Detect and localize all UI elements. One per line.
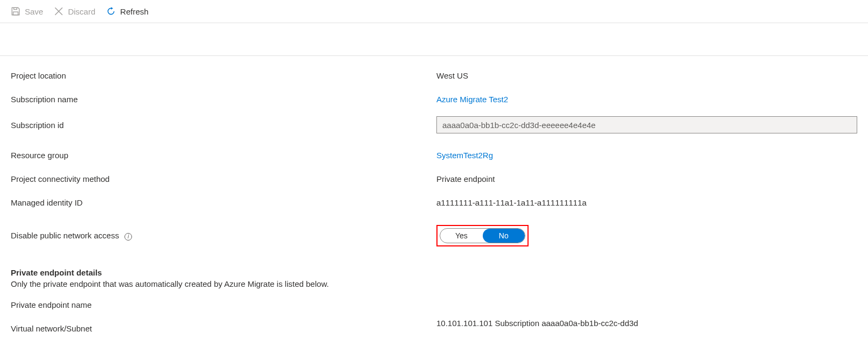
label-managed-identity: Managed identity ID [11, 198, 436, 207]
refresh-icon [106, 6, 116, 16]
link-resource-group[interactable]: SystemTest2Rg [436, 151, 857, 160]
toggle-option-yes[interactable]: Yes [440, 229, 483, 243]
section-description: Only the private endpoint that was autom… [11, 279, 857, 288]
label-virtual-network-subnet: Virtual network/Subnet [11, 324, 436, 333]
info-icon[interactable]: i [124, 233, 132, 241]
row-disable-public-access: Disable public network access i Yes No [11, 225, 857, 246]
row-resource-group: Resource group SystemTest2Rg [11, 149, 857, 161]
content-area: Project location West US Subscription na… [0, 69, 868, 335]
label-subscription-id: Subscription id [11, 121, 436, 130]
row-virtual-network-subnet: Virtual network/Subnet 10.101.101.101 Su… [11, 322, 857, 335]
close-icon [54, 6, 64, 16]
row-managed-identity: Managed identity ID a1111111-a111-11a1-1… [11, 196, 857, 209]
discard-label: Discard [68, 7, 95, 16]
value-connectivity-method: Private endpoint [436, 174, 857, 183]
label-disable-public-access: Disable public network access i [11, 231, 436, 240]
public-access-toggle[interactable]: Yes No [440, 228, 525, 243]
value-disable-public-access: Yes No [436, 225, 857, 246]
label-private-endpoint-name: Private endpoint name [11, 300, 436, 309]
section-title: Private endpoint details [11, 268, 857, 277]
save-label: Save [25, 7, 43, 16]
value-managed-identity: a1111111-a111-11a1-1a11-a111111111a [436, 198, 857, 207]
row-project-location: Project location West US [11, 69, 857, 82]
divider [0, 55, 868, 56]
label-resource-group: Resource group [11, 151, 436, 160]
refresh-label: Refresh [120, 7, 149, 16]
toolbar: Save Discard Refresh [0, 0, 868, 23]
label-project-location: Project location [11, 71, 436, 80]
value-subscription-id [436, 116, 857, 133]
svg-rect-0 [13, 12, 18, 15]
label-subscription-name: Subscription name [11, 95, 436, 104]
subscription-id-field[interactable] [436, 116, 857, 133]
save-button[interactable]: Save [11, 6, 43, 16]
row-subscription-id: Subscription id [11, 116, 857, 133]
save-icon [11, 6, 20, 16]
value-virtual-network-subnet: 10.101.101.101 Subscription aaaa0a0a-bb1… [436, 319, 857, 328]
row-private-endpoint-name: Private endpoint name [11, 298, 857, 311]
link-subscription-name[interactable]: Azure Migrate Test2 [436, 95, 857, 104]
row-connectivity-method: Project connectivity method Private endp… [11, 172, 857, 185]
toggle-option-no[interactable]: No [483, 229, 525, 243]
label-connectivity-method: Project connectivity method [11, 174, 436, 183]
value-project-location: West US [436, 71, 857, 80]
discard-button[interactable]: Discard [54, 6, 95, 16]
refresh-button[interactable]: Refresh [106, 6, 149, 16]
toggle-highlight-box: Yes No [436, 225, 529, 246]
section-private-endpoint: Private endpoint details [11, 268, 857, 277]
row-subscription-name: Subscription name Azure Migrate Test2 [11, 93, 857, 105]
